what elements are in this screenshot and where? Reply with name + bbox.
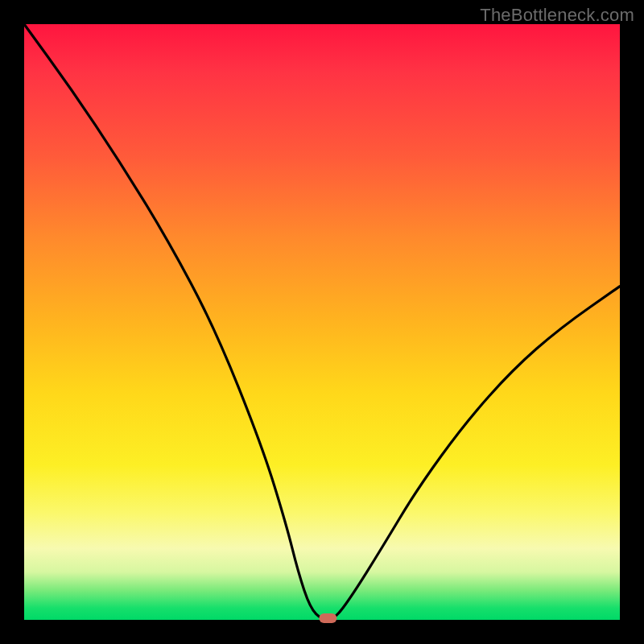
chart-frame: TheBottleneck.com	[0, 0, 644, 644]
watermark-text: TheBottleneck.com	[480, 5, 634, 26]
curve-svg	[24, 24, 620, 620]
bottleneck-curve-path	[24, 24, 620, 620]
optimum-marker	[319, 613, 336, 623]
plot-area	[24, 24, 620, 620]
